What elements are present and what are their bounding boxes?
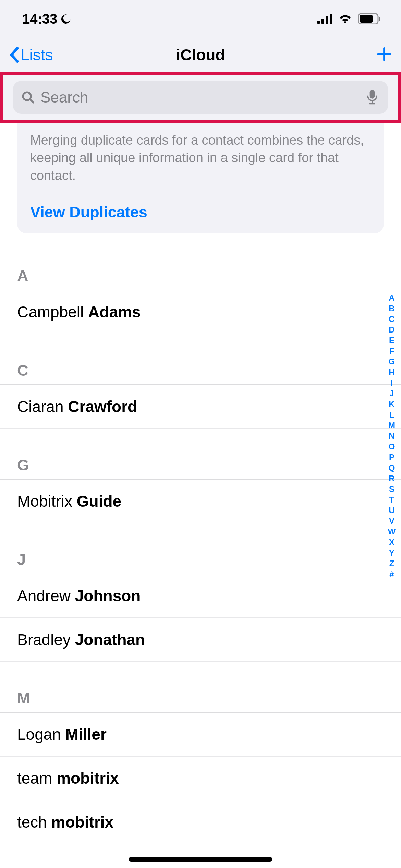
svg-rect-6 — [379, 17, 380, 21]
wifi-icon — [338, 14, 352, 24]
section-header: J — [0, 545, 401, 574]
section-header: G — [0, 450, 401, 480]
contact-first-name: team — [17, 769, 52, 787]
index-letter[interactable]: T — [387, 495, 397, 505]
index-letter[interactable]: Z — [387, 559, 397, 568]
index-letter[interactable]: M — [387, 421, 397, 430]
contact-last-name: Johnson — [75, 587, 141, 605]
section-gap — [0, 662, 401, 683]
section-gap — [0, 523, 401, 545]
contact-row[interactable]: Logan Miller — [0, 713, 401, 757]
back-button[interactable]: Lists — [9, 46, 53, 64]
contact-first-name: Mobitrix — [17, 492, 72, 510]
contact-last-name: Guide — [77, 492, 121, 510]
status-right — [317, 13, 380, 24]
divider — [30, 194, 371, 194]
view-duplicates-button[interactable]: View Duplicates — [30, 203, 371, 221]
section-header: M — [0, 683, 401, 713]
index-letter[interactable]: F — [387, 346, 397, 356]
contact-first-name: Andrew — [17, 587, 71, 605]
index-letter[interactable]: I — [387, 378, 397, 388]
contact-row[interactable]: Bradley Jonathan — [0, 618, 401, 662]
add-contact-button[interactable] — [376, 46, 392, 63]
contact-first-name: Logan — [17, 725, 61, 743]
battery-icon — [358, 13, 380, 24]
duplicates-card-container: Merging duplicate cards for a contact co… — [0, 123, 401, 233]
contact-row[interactable]: Mobitrix Guide — [0, 480, 401, 523]
search-highlight-box — [0, 72, 401, 123]
contact-first-name: Bradley — [17, 631, 71, 649]
index-scrubber[interactable]: ABCDEFGHIJKLMNOPQRSTUVWXYZ# — [387, 293, 397, 579]
contact-row[interactable]: team mobitrix — [0, 757, 401, 800]
status-left: 14:33 — [22, 11, 72, 27]
svg-rect-5 — [360, 15, 373, 23]
duplicates-description: Merging duplicate cards for a contact co… — [30, 132, 371, 184]
contact-row[interactable]: Andrew Johnson — [0, 574, 401, 618]
status-bar: 14:33 — [0, 0, 401, 38]
home-indicator[interactable] — [129, 857, 272, 862]
nav-title: iCloud — [176, 46, 225, 64]
contact-list: ACampbell AdamsCCiaran CrawfordGMobitrix… — [0, 261, 401, 844]
svg-rect-3 — [330, 14, 332, 24]
contact-first-name: Ciaran — [17, 398, 64, 415]
index-letter[interactable]: # — [387, 569, 397, 579]
search-bar[interactable] — [13, 81, 388, 114]
index-letter[interactable]: R — [387, 474, 397, 483]
index-letter[interactable]: K — [387, 399, 397, 409]
contact-last-name: mobitrix — [51, 813, 113, 831]
index-letter[interactable]: Q — [387, 463, 397, 473]
svg-rect-2 — [326, 16, 328, 24]
index-letter[interactable]: C — [387, 314, 397, 324]
index-letter[interactable]: G — [387, 357, 397, 366]
svg-rect-1 — [321, 19, 324, 24]
cellular-signal-icon — [317, 14, 332, 24]
index-letter[interactable]: Y — [387, 548, 397, 558]
index-letter[interactable]: U — [387, 506, 397, 515]
index-letter[interactable]: E — [387, 336, 397, 345]
index-letter[interactable]: S — [387, 484, 397, 494]
index-letter[interactable]: B — [387, 304, 397, 313]
index-letter[interactable]: H — [387, 367, 397, 377]
status-time: 14:33 — [22, 11, 57, 27]
chevron-left-icon — [9, 47, 19, 63]
index-letter[interactable]: X — [387, 538, 397, 547]
back-label: Lists — [21, 46, 53, 64]
svg-rect-8 — [370, 90, 375, 99]
section-header: A — [0, 261, 401, 290]
contact-first-name: Campbell — [17, 303, 84, 321]
index-letter[interactable]: V — [387, 516, 397, 526]
index-letter[interactable]: J — [387, 389, 397, 398]
contact-row[interactable]: Campbell Adams — [0, 290, 401, 334]
contact-last-name: mobitrix — [57, 769, 119, 787]
index-letter[interactable]: P — [387, 453, 397, 462]
index-letter[interactable]: W — [387, 527, 397, 537]
contact-last-name: Jonathan — [75, 631, 145, 649]
contact-last-name: Crawford — [68, 398, 137, 415]
microphone-icon[interactable] — [367, 90, 378, 105]
section-gap — [0, 334, 401, 355]
index-letter[interactable]: D — [387, 325, 397, 335]
index-letter[interactable]: N — [387, 431, 397, 441]
index-letter[interactable]: O — [387, 442, 397, 451]
search-input[interactable] — [40, 89, 361, 106]
plus-icon — [376, 46, 392, 62]
svg-rect-0 — [317, 21, 320, 24]
contact-row[interactable]: tech mobitrix — [0, 800, 401, 844]
section-gap — [0, 429, 401, 450]
do-not-disturb-icon — [61, 13, 72, 24]
contact-last-name: Adams — [88, 303, 141, 321]
contact-first-name: tech — [17, 813, 47, 831]
search-icon — [21, 91, 35, 104]
index-letter[interactable]: L — [387, 410, 397, 420]
nav-header: Lists iCloud — [0, 38, 401, 72]
contact-row[interactable]: Ciaran Crawford — [0, 385, 401, 429]
section-header: C — [0, 355, 401, 385]
index-letter[interactable]: A — [387, 293, 397, 303]
duplicates-card: Merging duplicate cards for a contact co… — [17, 123, 384, 233]
contact-last-name: Miller — [65, 725, 107, 743]
